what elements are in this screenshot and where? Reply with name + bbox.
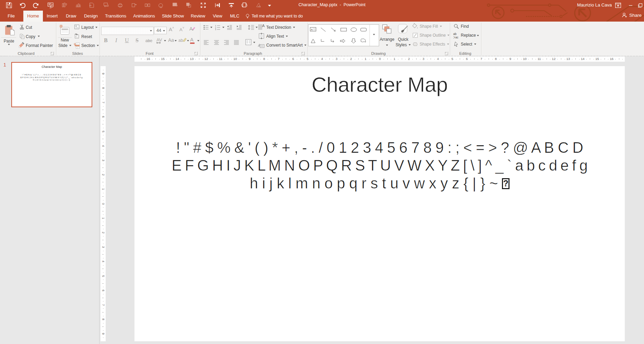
svg-text:ab: ab (453, 32, 457, 36)
svg-text:ac: ac (455, 36, 459, 39)
svg-text:3: 3 (215, 28, 216, 30)
svg-text:A: A (311, 28, 313, 31)
svg-text:A: A (262, 24, 265, 28)
